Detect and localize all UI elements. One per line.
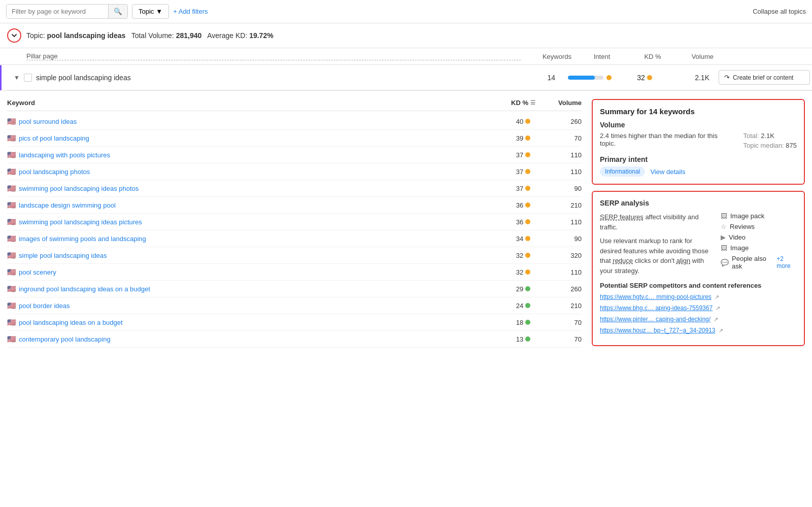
table-row: 🇺🇸 swimming pool landscaping ideas pictu… xyxy=(7,214,582,230)
kd-status-dot xyxy=(525,219,530,224)
kd-filter-icon[interactable]: ☰ xyxy=(530,99,535,106)
view-details-link[interactable]: View details xyxy=(650,168,685,176)
keyword-table: Keyword KD % ☰ Volume 🇺🇸 pool surround i… xyxy=(7,99,582,348)
keyword-kd: 34 xyxy=(500,235,546,243)
kd-status-dot xyxy=(525,169,530,174)
topic-toggle-button[interactable] xyxy=(7,28,21,43)
avg-kd-value: 19.72% xyxy=(249,31,273,40)
summary-total: Total: 2.1K xyxy=(743,132,797,140)
pillar-volume: 2.1K xyxy=(669,74,709,82)
keyword-name[interactable]: 🇺🇸 contemporary pool landscaping xyxy=(7,335,500,343)
summary-title: Summary for 14 keywords xyxy=(600,107,797,116)
kw-table-header: Keyword KD % ☰ Volume xyxy=(7,99,582,111)
keyword-kd: 32 xyxy=(500,268,546,276)
total-value: 2.1K xyxy=(761,132,774,140)
serp-url-item: https://www.bhg.c… aping-ideas-7559367 ↗ xyxy=(600,305,797,312)
collapse-all-button[interactable]: Collapse all topics xyxy=(753,8,806,15)
serp-clicks: clicks or don't xyxy=(635,257,674,264)
flag-icon: 🇺🇸 xyxy=(7,167,16,176)
serp-url-item: https://www.hgtv.c… mming-pool-pictures … xyxy=(600,293,797,300)
keyword-name[interactable]: 🇺🇸 pics of pool landscaping xyxy=(7,134,500,142)
median-value: 875 xyxy=(786,142,797,149)
main-content: Keyword KD % ☰ Volume 🇺🇸 pool surround i… xyxy=(0,91,812,356)
align-link[interactable]: align xyxy=(676,257,690,264)
intent-dot xyxy=(606,75,612,80)
keyword-name[interactable]: 🇺🇸 inground pool landscaping ideas on a … xyxy=(7,285,500,293)
kd-status-dot xyxy=(525,320,530,325)
keyword-name[interactable]: 🇺🇸 swimming pool landscaping ideas photo… xyxy=(7,184,500,192)
keyword-kd: 39 xyxy=(500,134,546,142)
flag-icon: 🇺🇸 xyxy=(7,318,16,326)
url-text[interactable]: https://www.hgtv.c… mming-pool-pictures xyxy=(600,293,712,300)
keyword-name[interactable]: 🇺🇸 pool scenery xyxy=(7,268,500,276)
table-row: 🇺🇸 contemporary pool landscaping 13 70 xyxy=(7,331,582,348)
kd-status-dot xyxy=(525,202,530,208)
flag-icon: 🇺🇸 xyxy=(7,234,16,243)
pillar-checkbox[interactable] xyxy=(24,74,32,82)
feature-label: Video xyxy=(729,233,746,241)
pillar-kd-pct: 32 xyxy=(624,74,665,82)
feature-icon: 🖼 xyxy=(721,212,727,220)
keyword-name[interactable]: 🇺🇸 landscaping with pools pictures xyxy=(7,151,500,159)
add-filters-button[interactable]: + Add filters xyxy=(173,8,208,15)
filter-input[interactable] xyxy=(7,5,108,18)
chevron-down-icon: ▼ xyxy=(156,8,162,15)
summary-panel: Summary for 14 keywords Volume 2.4 times… xyxy=(592,99,805,185)
kd-status-dot xyxy=(525,286,530,291)
keyword-name[interactable]: 🇺🇸 pool landscaping ideas on a budget xyxy=(7,318,500,326)
primary-intent-row: Informational View details xyxy=(600,166,797,177)
serp-features-link[interactable]: SERP features xyxy=(600,213,644,221)
create-brief-button[interactable]: ↷ Create brief or content xyxy=(719,70,810,85)
pillar-page-column-header[interactable]: Pillar page xyxy=(26,52,521,60)
keyword-name[interactable]: 🇺🇸 pool surround ideas xyxy=(7,117,500,125)
toolbar: 🔍 Topic ▼ + Add filters Collapse all top… xyxy=(0,0,812,23)
serp-body: SERP features affect visibility and traf… xyxy=(600,212,797,276)
url-text[interactable]: https://www.bhg.c… aping-ideas-7559367 xyxy=(600,305,713,312)
intent-badge: Informational xyxy=(600,166,645,177)
kd-status-dot xyxy=(525,119,530,124)
serp-competitors-title: Potential SERP competitors and content r… xyxy=(600,282,797,289)
right-panels: Summary for 14 keywords Volume 2.4 times… xyxy=(592,99,805,348)
topic-name: pool landscaping ideas xyxy=(47,31,125,40)
expand-button[interactable]: ▼ xyxy=(14,74,20,81)
more-features-link[interactable]: +2 more xyxy=(776,255,797,269)
kd-status-dot xyxy=(525,269,530,275)
search-button[interactable]: 🔍 xyxy=(108,5,127,18)
flag-icon: 🇺🇸 xyxy=(7,251,16,259)
topic-prefix: Topic: xyxy=(26,31,47,40)
table-row: 🇺🇸 swimming pool landscaping ideas photo… xyxy=(7,180,582,197)
purple-accent-bar xyxy=(0,65,2,90)
flag-icon: 🇺🇸 xyxy=(7,184,16,192)
summary-volume-label: Volume xyxy=(600,121,797,129)
url-text[interactable]: https://www.pinter… caping-and-decking/ xyxy=(600,316,710,323)
keyword-kd: 32 xyxy=(500,252,546,259)
serp-urls-list: https://www.hgtv.c… mming-pool-pictures … xyxy=(600,293,797,334)
summary-volume-desc: 2.4 times higher than the median for thi… xyxy=(600,132,733,147)
keyword-name[interactable]: 🇺🇸 pool landscaping photos xyxy=(7,167,500,176)
kw-col-keyword-header: Keyword xyxy=(7,99,500,107)
keyword-volume: 260 xyxy=(546,118,582,125)
keyword-name[interactable]: 🇺🇸 pool border ideas xyxy=(7,301,500,310)
keywords-column-header: Keywords xyxy=(521,53,571,60)
url-text[interactable]: https://www.houz… bp~t_727~a_34-20913 xyxy=(600,327,716,334)
keyword-name[interactable]: 🇺🇸 landscape design swimming pool xyxy=(7,201,500,209)
keyword-name[interactable]: 🇺🇸 simple pool landscaping ideas xyxy=(7,251,500,259)
kd-status-dot xyxy=(525,336,530,342)
keyword-volume: 210 xyxy=(546,302,582,310)
external-link-icon: ↗ xyxy=(714,316,718,323)
flag-icon: 🇺🇸 xyxy=(7,117,16,125)
feature-icon: 🖼 xyxy=(721,244,727,252)
reduce-link[interactable]: reduce xyxy=(613,257,633,264)
keyword-volume: 110 xyxy=(546,268,582,276)
kd-status-dot xyxy=(525,136,530,141)
create-btn-label: Create brief or content xyxy=(733,74,793,81)
table-row: 🇺🇸 simple pool landscaping ideas 32 320 xyxy=(7,247,582,264)
table-row: 🇺🇸 pool scenery 32 110 xyxy=(7,264,582,281)
serp-feature-item: ▶ Video xyxy=(721,233,797,241)
external-link-icon: ↗ xyxy=(715,294,719,300)
keyword-name[interactable]: 🇺🇸 swimming pool landscaping ideas pictu… xyxy=(7,218,500,226)
keyword-name[interactable]: 🇺🇸 images of swimming pools and landscap… xyxy=(7,234,500,243)
topic-filter-button[interactable]: Topic ▼ xyxy=(132,4,169,19)
keyword-volume: 90 xyxy=(546,235,582,243)
keyword-volume: 70 xyxy=(546,335,582,343)
